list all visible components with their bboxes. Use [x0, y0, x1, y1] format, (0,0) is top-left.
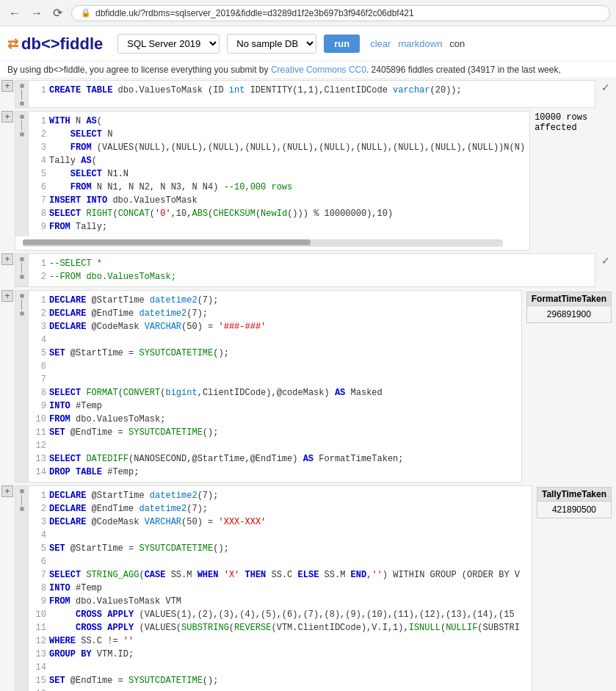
- panel5-editor: 1DECLARE @StartTime datetime2(7); 2DECLA…: [15, 485, 532, 691]
- browser-bar: ← → ⟳ 🔒 dbfiddle.uk/?rdbms=sqlserver_201…: [0, 0, 616, 26]
- gutter-line: [21, 90, 22, 100]
- code-line: 8INTO #Temp: [33, 582, 527, 595]
- logo-text: db<>fiddle: [21, 35, 103, 54]
- logo-icon: ⇄: [7, 36, 18, 52]
- panel4-editor: 1DECLARE @StartTime datetime2(7); 2DECLA…: [15, 290, 522, 482]
- code-line: 9INTO #Temp: [33, 399, 517, 413]
- gutter-dot: [20, 101, 24, 106]
- code-line: 1WITH N AS(: [33, 115, 525, 128]
- panel5-result-label: TallyTimeTaken: [537, 487, 612, 501]
- code-line: 15SET @EndTime = SYSUTCDATETIME();: [33, 674, 527, 687]
- reload-button[interactable]: ⟳: [50, 4, 65, 21]
- code-line: 16: [33, 687, 527, 691]
- sample-selector[interactable]: No sample DB: [227, 34, 316, 54]
- info-bar: By using db<>fiddle, you agree to licens…: [0, 62, 616, 79]
- code-line: 13SELECT DATEDIFF(NANOSECOND,@StartTime,…: [33, 452, 517, 466]
- back-button[interactable]: ←: [6, 5, 23, 21]
- panel4-gutter[interactable]: [15, 291, 29, 482]
- code-line: 8SELECT FORMAT(CONVERT(bigint,ClientIDCo…: [33, 386, 517, 399]
- code-line: 7SELECT STRING_AGG(CASE SS.M WHEN 'X' TH…: [33, 568, 527, 582]
- add-panel4-button[interactable]: +: [1, 290, 13, 302]
- header-links: clear markdown con: [370, 38, 465, 49]
- code-line: 2DECLARE @EndTime datetime2(7);: [33, 502, 527, 515]
- panel5-row: 1DECLARE @StartTime datetime2(7); 2DECLA…: [15, 484, 616, 691]
- code-line: 12: [33, 439, 517, 452]
- code-line: 3DECLARE @CodeMask VARCHAR(50) = '###-##…: [33, 320, 517, 333]
- add-panel5-button[interactable]: +: [1, 485, 13, 497]
- panel1-code[interactable]: 1 CREATE TABLE dbo.ValuesToMask (ID int …: [29, 81, 595, 107]
- code-line: 7INSERT INTO dbo.ValuesToMask: [33, 194, 525, 207]
- run-button[interactable]: run: [324, 35, 360, 53]
- panel4-result-value: 296891900: [526, 305, 612, 323]
- panel5-result: TallyTimeTaken 421890500: [532, 484, 616, 691]
- code-line: 1--SELECT *: [33, 257, 590, 270]
- panel2-editor: 1WITH N AS( 2 SELECT N 3 FROM (VALUES(NU…: [15, 111, 530, 250]
- con-link[interactable]: con: [449, 38, 465, 49]
- code-line: 4: [33, 529, 527, 542]
- code-line: 2DECLARE @EndTime datetime2(7);: [33, 307, 517, 320]
- code-line: 1 CREATE TABLE dbo.ValuesToMask (ID int …: [33, 84, 590, 97]
- panel2-code[interactable]: 1WITH N AS( 2 SELECT N 3 FROM (VALUES(NU…: [29, 112, 529, 236]
- add-panel3-button[interactable]: +: [1, 253, 13, 265]
- app-header: ⇄ db<>fiddle SQL Server 2019 No sample D…: [0, 26, 616, 62]
- markdown-link[interactable]: markdown: [398, 38, 442, 49]
- code-line: 11SET @EndTime = SYSUTCDATETIME();: [33, 426, 517, 439]
- code-line: 2--FROM dbo.ValuesToMask;: [33, 270, 590, 283]
- panel3-gutter[interactable]: [15, 254, 29, 286]
- code-line: 1DECLARE @StartTime datetime2(7);: [33, 489, 527, 502]
- code-line: 4Tally AS(: [33, 154, 525, 167]
- panel3-editor: 1--SELECT * 2--FROM dbo.ValuesToMask;: [15, 253, 595, 287]
- main-content: + 1 CREATE TABLE dbo.ValuesToMask (ID in…: [0, 79, 616, 691]
- code-line: 12WHERE SS.C != '': [33, 634, 527, 648]
- info-text: By using db<>fiddle, you agree to licens…: [7, 65, 561, 75]
- code-line: 5SET @StartTime = SYSUTCDATETIME();: [33, 347, 517, 360]
- panel4-section: + 1DECLARE @StartTime datetime2(7); 2DEC…: [0, 289, 616, 484]
- panel1-gutter[interactable]: [15, 81, 29, 107]
- panel3-code[interactable]: 1--SELECT * 2--FROM dbo.ValuesToMask;: [29, 254, 595, 286]
- panel1-check: ✓: [595, 79, 616, 96]
- code-line: 2 SELECT N: [33, 128, 525, 141]
- code-line: 1DECLARE @StartTime datetime2(7);: [33, 294, 517, 307]
- db-selector[interactable]: SQL Server 2019: [117, 34, 220, 54]
- panel3-row: 1--SELECT * 2--FROM dbo.ValuesToMask; ✓: [15, 252, 616, 289]
- panel2-result-text: 10000 rows affected: [535, 112, 612, 133]
- panel5-code[interactable]: 1DECLARE @StartTime datetime2(7); 2DECLA…: [29, 486, 532, 691]
- code-line: 11 CROSS APPLY (VALUES(SUBSTRING(REVERSE…: [33, 621, 527, 634]
- code-line: 7: [33, 373, 517, 386]
- code-line: 14DROP TABLE #Temp;: [33, 466, 517, 479]
- panel4-row: 1DECLARE @StartTime datetime2(7); 2DECLA…: [15, 289, 616, 484]
- panel1-row: 1 CREATE TABLE dbo.ValuesToMask (ID int …: [15, 79, 616, 109]
- code-line: 14: [33, 661, 527, 674]
- add-panel2-button[interactable]: +: [1, 111, 13, 123]
- code-line: 6: [33, 555, 527, 568]
- panel2-gutter[interactable]: [15, 112, 29, 236]
- address-bar[interactable]: 🔒 dbfiddle.uk/?rdbms=sqlserver_2019&fidd…: [71, 5, 610, 21]
- code-line: 13GROUP BY VTM.ID;: [33, 648, 527, 661]
- panel4-result: FormatTimeTaken 296891900: [522, 289, 616, 484]
- panel1-editor: 1 CREATE TABLE dbo.ValuesToMask (ID int …: [15, 80, 595, 108]
- clear-link[interactable]: clear: [370, 38, 391, 49]
- panel5-gutter[interactable]: [15, 486, 29, 691]
- code-line: 10 CROSS APPLY (VALUES(1),(2),(3),(4),(5…: [33, 608, 527, 621]
- panel2-scrollbar[interactable]: [23, 239, 503, 247]
- cc0-link[interactable]: Creative Commons CC0: [271, 65, 366, 75]
- code-line: 3DECLARE @CodeMask VARCHAR(50) = 'XXX-XX…: [33, 515, 527, 529]
- panel2-result: 10000 rows affected: [530, 109, 616, 252]
- code-line: 8SELECT RIGHT(CONCAT('0',10,ABS(CHECKSUM…: [33, 207, 525, 220]
- panel4-result-label: FormatTimeTaken: [526, 292, 612, 305]
- code-line: 5SET @StartTime = SYSUTCDATETIME();: [33, 542, 527, 555]
- gutter-dot: [20, 84, 24, 88]
- code-line: 6 FROM N N1, N N2, N N3, N N4) --10,000 …: [33, 181, 525, 194]
- panel2-section: + 1WITH N AS( 2 SELECT N 3 FROM (VAL: [0, 109, 616, 252]
- lock-icon: 🔒: [81, 8, 91, 18]
- code-line: 5 SELECT N1.N: [33, 167, 525, 181]
- panel5-section: + 1DECLARE @StartTime datetime2(7); 2DEC…: [0, 484, 616, 691]
- code-line: 10FROM dbo.ValuesToMask;: [33, 413, 517, 426]
- add-panel1-button[interactable]: +: [1, 80, 13, 92]
- code-line: 9FROM dbo.ValuesToMask VTM: [33, 595, 527, 608]
- code-line: 3 FROM (VALUES(NULL),(NULL),(NULL),(NULL…: [33, 141, 525, 154]
- panel2-row: 1WITH N AS( 2 SELECT N 3 FROM (VALUES(NU…: [15, 109, 616, 252]
- panel5-result-value: 421890500: [537, 501, 612, 518]
- forward-button[interactable]: →: [28, 5, 46, 21]
- panel4-code[interactable]: 1DECLARE @StartTime datetime2(7); 2DECLA…: [29, 291, 521, 482]
